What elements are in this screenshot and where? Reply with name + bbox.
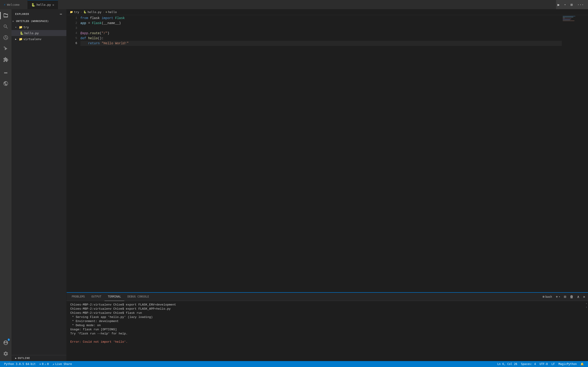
folder-virtualenv[interactable]: ▶ 📁 virtualenv [11,36,66,42]
breadcrumb-hello-py[interactable]: 🐍 hello.py [83,10,101,14]
breadcrumb-try-label: try [74,10,79,14]
breadcrumb-hello-py-label: hello.py [87,10,101,14]
status-cursor-position[interactable]: Ln 6, Col 26 [495,361,519,367]
cursor-position-label: Ln 6, Col 26 [497,362,517,366]
activity-accounts[interactable]: 1 [0,337,11,348]
extensions-icon [3,57,9,62]
tab-debug-console[interactable]: DEBUG CONSOLE [124,293,152,301]
activity-extensions[interactable] [0,54,11,65]
problems-tab-label: PROBLEMS [72,295,85,298]
status-python-version[interactable]: Python 3.8.5 64-bit [2,361,37,367]
code-line-4: @app.route("/") [80,31,562,36]
folder-try[interactable]: ▾ 📁 try [11,24,66,30]
terminal-line-9 [70,336,581,340]
minimap-content [562,15,585,22]
status-language[interactable]: MagicPython [557,361,579,367]
add-icon: + [556,294,558,299]
close-icon: ✕ [583,294,585,299]
hello-py-tab-label: hello.py [36,3,51,6]
svg-point-1 [6,38,7,39]
activity-source-control[interactable] [0,32,11,43]
terminal-line-6: * Debug mode: on [70,323,581,327]
more-actions-button[interactable]: ··· [576,2,585,8]
workspace-label: UNTITLED (WORKSPACE) [16,20,49,23]
tab-hello-py[interactable]: 🐍 hello.py ✕ [27,0,58,9]
title-bar-actions: ▶ ▾ ⊞ ··· [556,2,588,8]
svg-point-0 [4,38,5,39]
tab-output[interactable]: OUTPUT [88,293,104,301]
line-numbers: 1 2 3 4 5 6 [67,15,79,292]
kill-terminal-button[interactable]: 🗑 [569,294,574,299]
code-editor[interactable]: 1 2 3 4 5 6 from flask import Flask app … [67,15,562,292]
new-terminal-button[interactable]: ⊞ bash [542,294,553,299]
tab-welcome[interactable]: ⚡ Welcome [0,0,27,9]
activity-browser[interactable] [0,78,11,89]
terminal-scrollbar[interactable]: › › [585,301,588,361]
file-hello-py[interactable]: 🐍 hello.py [11,30,66,36]
run-dropdown-button[interactable]: ▾ [563,2,567,7]
status-notifications[interactable]: 🔔 [579,361,586,367]
activity-search[interactable] [0,21,11,32]
split-terminal-button[interactable]: ⊟ [563,294,567,299]
status-spaces[interactable]: Spaces: 4 [519,361,538,367]
outline-label: OUTLINE [18,357,30,360]
activity-testing[interactable] [0,66,11,77]
code-editor-wrapper: 1 2 3 4 5 6 from flask import Flask app … [67,15,588,292]
terminal-line-10: Error: Could not import 'hello'. [70,340,581,344]
tab-bar: ⚡ Welcome 🐍 hello.py ✕ [0,0,556,9]
activity-run[interactable] [0,43,11,54]
panel-area: PROBLEMS OUTPUT TERMINAL DEBUG CONSOLE [67,292,588,361]
add-terminal-button[interactable]: + ▾ [555,294,561,299]
split-editor-button[interactable]: ⊞ [569,2,574,8]
chevron-up-icon: ∧ [577,294,579,299]
minimap [562,15,585,292]
activity-explorer[interactable] [0,10,11,21]
hello-py-tab-icon: 🐍 [31,3,35,7]
workspace-root[interactable]: ▾ UNTITLED (WORKSPACE) [11,18,66,24]
file-hello-py-label: hello.py [24,31,39,35]
status-errors[interactable]: ✕ 0 ⚠ 0 [37,361,51,367]
scroll-down-arrow[interactable]: › [586,306,587,309]
run-button[interactable]: ▶ [556,2,561,8]
welcome-tab-icon: ⚡ [4,3,6,6]
close-panel-button[interactable]: ✕ [582,294,586,299]
panel-body: Chloes-MBP-2:virtualenv Chloe$ export FL… [67,301,588,361]
folder-virtualenv-label: virtualenv [23,37,41,41]
search-icon [3,24,9,29]
breadcrumb-try[interactable]: 📁 try [70,10,79,14]
code-line-5: def hello(): [80,36,562,41]
warning-icon: ⚠ [44,362,46,366]
hello-py-tab-close[interactable]: ✕ [52,3,54,6]
testing-icon [3,69,9,74]
breadcrumb-hello-fn[interactable]: ⊙ hello [106,10,117,14]
activity-settings[interactable] [0,348,11,359]
panel-tabs: PROBLEMS OUTPUT TERMINAL DEBUG CONSOLE [67,293,588,301]
eol-label: LF [552,362,555,366]
status-encoding[interactable]: UTF-8 [538,361,550,367]
breadcrumb-try-icon: 📁 [70,10,73,14]
code-content[interactable]: from flask import Flask app = Flask(__na… [79,15,562,292]
status-bar-right: Ln 6, Col 26 Spaces: 4 UTF-8 LF MagicPyt… [495,361,586,367]
tab-problems[interactable]: PROBLEMS [69,293,88,301]
code-line-6: return "Hello World!" [80,41,562,46]
encoding-label: UTF-8 [540,362,548,366]
git-icon [3,35,9,40]
terminal-content[interactable]: Chloes-MBP-2:virtualenv Chloe$ export FL… [67,301,585,361]
warning-count: 0 [47,362,49,366]
files-icon [3,13,9,18]
outline-header[interactable]: ▶ OUTLINE [11,355,66,361]
terminal-line-8: Try 'flask run --help' for help. [70,332,581,336]
scroll-up-arrow[interactable]: › [586,302,587,305]
maximize-panel-button[interactable]: ∧ [576,294,580,299]
live-share-label: Live Share [55,362,72,366]
terminal-line-5: * Environment: development [70,319,581,323]
status-eol[interactable]: LF [550,361,556,367]
editor-scrollbar[interactable] [585,15,588,292]
add-dropdown-icon: ▾ [559,295,560,298]
status-live-share[interactable]: ↗ Live Share [51,361,74,367]
error-icon: ✕ [39,362,41,366]
accounts-badge: 1 [8,339,10,341]
new-file-button[interactable]: ⋯ [59,11,63,17]
tab-terminal[interactable]: TERMINAL [104,293,124,301]
terminal-icon: ⊞ [543,295,545,298]
